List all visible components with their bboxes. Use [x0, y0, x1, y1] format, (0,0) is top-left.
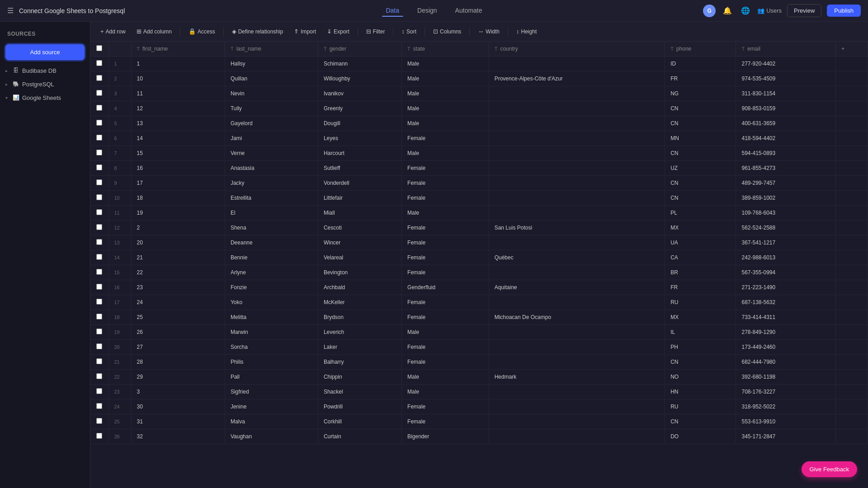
select-all-header[interactable]	[90, 42, 108, 56]
import-button[interactable]: ⇑Import	[289, 26, 321, 37]
cell-first_name[interactable]: Tully	[225, 101, 318, 116]
row-checkbox[interactable]	[90, 86, 108, 101]
access-button[interactable]: 🔒Access	[184, 26, 220, 37]
cell-gender[interactable]: Male	[402, 71, 489, 86]
cell-state[interactable]: Hedmark	[489, 370, 665, 385]
cell-phone[interactable]: 418-594-4402	[736, 131, 836, 146]
cell-first_name[interactable]: Nevin	[225, 86, 318, 101]
cell-first_name[interactable]: Vaughan	[225, 429, 318, 444]
cell-country[interactable]: PH	[665, 340, 736, 355]
cell-email[interactable]	[836, 310, 868, 325]
cell-gender[interactable]: Female	[402, 340, 489, 355]
cell-state[interactable]	[489, 414, 665, 429]
cell-country[interactable]: BR	[665, 265, 736, 280]
cell-id[interactable]: 25	[131, 310, 225, 325]
cell-last_name[interactable]: Brydson	[318, 310, 401, 325]
cell-first_name[interactable]: Jacky	[225, 176, 318, 191]
cell-gender[interactable]: Female	[402, 235, 489, 250]
cell-email[interactable]	[836, 325, 868, 340]
columns-button[interactable]: ⊡Columns	[429, 26, 466, 37]
cell-id[interactable]: 12	[131, 101, 225, 116]
cell-id[interactable]: 18	[131, 191, 225, 206]
cell-id[interactable]: 1	[131, 56, 225, 71]
nav-tab-data[interactable]: Data	[382, 5, 403, 17]
cell-last_name[interactable]: Cescoti	[318, 221, 401, 235]
cell-phone[interactable]: 278-849-1290	[736, 325, 836, 340]
cell-email[interactable]	[836, 221, 868, 235]
cell-phone[interactable]: 400-631-3659	[736, 116, 836, 131]
row-checkbox[interactable]	[90, 146, 108, 161]
col-header-last_name[interactable]: Tlast_name	[225, 42, 318, 56]
add-source-button[interactable]: Add source	[5, 44, 85, 60]
cell-country[interactable]: CN	[665, 414, 736, 429]
cell-state[interactable]	[489, 161, 665, 176]
cell-id[interactable]: 10	[131, 71, 225, 86]
cell-first_name[interactable]: Anastasia	[225, 161, 318, 176]
cell-state[interactable]	[489, 176, 665, 191]
cell-email[interactable]	[836, 250, 868, 265]
cell-first_name[interactable]: Yoko	[225, 295, 318, 310]
cell-country[interactable]: CN	[665, 116, 736, 131]
cell-phone[interactable]: 271-223-1490	[736, 280, 836, 295]
cell-state[interactable]	[489, 355, 665, 370]
cell-gender[interactable]: Male	[402, 206, 489, 221]
row-checkbox[interactable]	[90, 56, 108, 71]
cell-phone[interactable]: 594-415-0893	[736, 146, 836, 161]
add-column-header[interactable]: +	[836, 42, 868, 56]
col-header-state[interactable]: Tstate	[402, 42, 489, 56]
col-header-first_name[interactable]: Tfirst_name	[131, 42, 225, 56]
row-checkbox[interactable]	[90, 161, 108, 176]
cell-phone[interactable]: 311-830-1154	[736, 86, 836, 101]
cell-gender[interactable]: Male	[402, 325, 489, 340]
cell-email[interactable]	[836, 86, 868, 101]
cell-first_name[interactable]: Jami	[225, 131, 318, 146]
cell-gender[interactable]: Female	[402, 310, 489, 325]
col-header-phone[interactable]: Tphone	[665, 42, 736, 56]
cell-gender[interactable]: Female	[402, 399, 489, 414]
cell-id[interactable]: 19	[131, 206, 225, 221]
cell-state[interactable]: San Luis Potosi	[489, 221, 665, 235]
cell-country[interactable]: MN	[665, 131, 736, 146]
cell-phone[interactable]: 318-952-5022	[736, 399, 836, 414]
cell-first_name[interactable]: Malva	[225, 414, 318, 429]
cell-country[interactable]: DO	[665, 429, 736, 444]
cell-id[interactable]: 32	[131, 429, 225, 444]
sort-button[interactable]: ↕Sort	[397, 26, 421, 37]
col-header-email[interactable]: Temail	[736, 42, 836, 56]
cell-id[interactable]: 17	[131, 176, 225, 191]
cell-phone[interactable]: 974-535-4509	[736, 71, 836, 86]
preview-button[interactable]: Preview	[787, 4, 821, 17]
cell-state[interactable]	[489, 429, 665, 444]
cell-email[interactable]	[836, 146, 868, 161]
cell-state[interactable]	[489, 116, 665, 131]
cell-state[interactable]: Aquitaine	[489, 280, 665, 295]
define-relationship-button[interactable]: ◈Define relationship	[227, 26, 288, 37]
cell-id[interactable]: 30	[131, 399, 225, 414]
cell-last_name[interactable]: Shackel	[318, 385, 401, 399]
cell-state[interactable]	[489, 146, 665, 161]
cell-first_name[interactable]: Fonzie	[225, 280, 318, 295]
cell-first_name[interactable]: Shena	[225, 221, 318, 235]
cell-country[interactable]: CA	[665, 250, 736, 265]
cell-first_name[interactable]: Bennie	[225, 250, 318, 265]
cell-gender[interactable]: Male	[402, 86, 489, 101]
cell-last_name[interactable]: Vonderdell	[318, 176, 401, 191]
publish-button[interactable]: Publish	[827, 5, 861, 17]
row-checkbox[interactable]	[90, 235, 108, 250]
cell-first_name[interactable]: Verne	[225, 146, 318, 161]
cell-state[interactable]	[489, 206, 665, 221]
cell-last_name[interactable]: Greenly	[318, 101, 401, 116]
col-header-gender[interactable]: Tgender	[318, 42, 401, 56]
cell-country[interactable]: NO	[665, 370, 736, 385]
cell-state[interactable]	[489, 131, 665, 146]
row-checkbox[interactable]	[90, 370, 108, 385]
cell-email[interactable]	[836, 265, 868, 280]
cell-country[interactable]: MX	[665, 221, 736, 235]
row-checkbox[interactable]	[90, 221, 108, 235]
cell-id[interactable]: 21	[131, 250, 225, 265]
cell-country[interactable]: HN	[665, 385, 736, 399]
row-checkbox[interactable]	[90, 250, 108, 265]
add-column-button[interactable]: ⊞Add column	[132, 26, 176, 37]
cell-gender[interactable]: Male	[402, 146, 489, 161]
cell-gender[interactable]: Male	[402, 370, 489, 385]
